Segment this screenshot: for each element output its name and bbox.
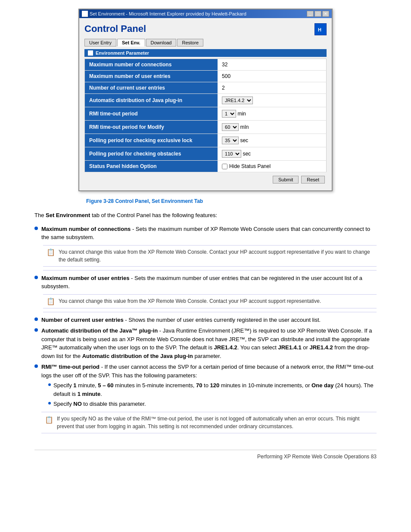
hp-logo-icon: H <box>317 25 324 33</box>
table-row: RMI time-out period for Modify 60 mIn <box>85 121 327 134</box>
footer-text: Performing XP Remote Web Console Operati… <box>257 454 377 460</box>
rmi-modify-select[interactable]: 60 <box>222 123 239 131</box>
note-box-rmi: 📋 If you specify NO as the value of the … <box>41 412 377 433</box>
table-row: Polling period for checking obstacles 11… <box>85 147 327 161</box>
page-footer: Performing XP Remote Web Console Operati… <box>34 450 377 460</box>
note-box-connections: 📋 You cannot change this value from the … <box>43 245 377 267</box>
close-button[interactable]: ✕ <box>322 11 329 17</box>
note-text-connections: You cannot change this value from the XP… <box>59 248 373 264</box>
list-item-connections: Maximum number of connections - Sets the… <box>34 225 377 242</box>
bullet-text-max-entries: Maximum number of user entries - Sets th… <box>41 274 377 291</box>
bullet-text-current-entries: Number of current user entries - Shows t… <box>41 316 377 324</box>
note-text-rmi: If you specify NO as the value of the RM… <box>57 415 373 430</box>
bullet-text-rmi-timeout: RMI™ time-out period - If the user canno… <box>41 363 377 437</box>
param-value-rmi-timeout: 1 5 min <box>218 107 326 121</box>
hide-status-checkbox-row: Hide Status Panel <box>222 163 322 169</box>
param-value-connections: 32 <box>218 59 326 71</box>
browser-icon <box>82 11 88 17</box>
sub-list-item-1: Specify 1 minute, 5 – 60 minutes in 5-mi… <box>48 381 377 398</box>
sub-item-text-2: Specify NO to disable this parameter. <box>53 400 146 408</box>
action-row: Submit Reset <box>84 172 327 185</box>
sub-bullet-dot-2 <box>48 402 51 404</box>
tab-restore[interactable]: Restore <box>177 39 203 47</box>
table-row: Polling period for checking exclusive lo… <box>85 134 327 147</box>
param-label-exclusive-lock: Polling period for checking exclusive lo… <box>85 134 218 147</box>
cp-icon: H <box>314 23 327 35</box>
svg-text:H: H <box>318 27 321 32</box>
table-row: Automatic distribution of Java plug-in J… <box>85 94 327 107</box>
table-row: RMI time-out period 1 5 min <box>85 107 327 121</box>
param-value-max-entries: 500 <box>218 71 326 82</box>
description: The Set Environment tab of the Control P… <box>34 211 377 437</box>
param-value-status-panel: Hide Status Panel <box>218 161 326 172</box>
rmi-timeout-select[interactable]: 1 5 <box>222 110 236 118</box>
param-value-java-plugin: JRE1.4.1 JRE1.4.2 <box>218 94 326 107</box>
figure-label: Figure 3-28 <box>86 198 114 204</box>
control-panel-title: Control Panel <box>84 23 146 34</box>
divider-2 <box>43 312 377 312</box>
param-value-current-entries: 2 <box>218 82 326 94</box>
bullet-dot-5 <box>34 364 38 368</box>
list-item-current-entries: Number of current user entries - Shows t… <box>34 316 377 324</box>
window-titlebar: Set Environment - Microsoft Internet Exp… <box>79 9 332 18</box>
note-icon-rmi: 📋 <box>45 415 53 425</box>
titlebar-buttons: _ □ ✕ <box>307 11 329 17</box>
section-header: Environment Parameter <box>84 49 327 57</box>
param-table: Maximum number of connections 32 Maximum… <box>84 59 327 172</box>
note-icon: 📋 <box>47 248 55 256</box>
reset-button[interactable]: Reset <box>301 176 325 184</box>
tab-set-env[interactable]: Set Env. <box>117 39 145 47</box>
section-header-icon <box>88 50 93 56</box>
table-row: Maximum number of connections 32 <box>85 59 327 71</box>
figure-caption: Figure 3-28 Control Panel, Set Environme… <box>34 198 377 204</box>
bullet-dot-4 <box>34 328 38 332</box>
note-box-max-entries: 📋 You cannot change this value from the … <box>43 294 377 308</box>
param-label-connections: Maximum number of connections <box>85 59 218 71</box>
section-header-text: Environment Parameter <box>96 50 149 56</box>
note-text-max-entries: You cannot change this value from the XP… <box>59 297 321 305</box>
submit-button[interactable]: Submit <box>273 176 299 184</box>
titlebar-left: Set Environment - Microsoft Internet Exp… <box>82 11 246 17</box>
tab-user-entry[interactable]: User Entry <box>84 39 116 47</box>
sub-item-text-1: Specify 1 minute, 5 – 60 minutes in 5-mi… <box>53 381 377 398</box>
list-item-java-plugin: Automatic distribution of the Java™ plug… <box>34 327 377 360</box>
table-row: Status Panel hidden Option Hide Status P… <box>85 161 327 172</box>
param-label-current-entries: Number of current user entries <box>85 82 218 94</box>
description-intro: The Set Environment tab of the Control P… <box>34 211 377 220</box>
sub-list-item-2: Specify NO to disable this parameter. <box>48 400 377 408</box>
bullet-text-connections: Maximum number of connections - Sets the… <box>41 225 377 242</box>
exclusive-lock-select[interactable]: 35 <box>222 137 239 144</box>
figure-caption-text: Control Panel, Set Environment Tab <box>115 198 203 204</box>
window-screenshot: Set Environment - Microsoft Internet Exp… <box>78 9 333 191</box>
list-item-max-entries: Maximum number of user entries - Sets th… <box>34 274 377 291</box>
list-item-rmi-timeout: RMI™ time-out period - If the user canno… <box>34 363 377 437</box>
param-label-obstacles: Polling period for checking obstacles <box>85 147 218 161</box>
maximize-button[interactable]: □ <box>314 11 321 17</box>
table-row: Maximum number of user entries 500 <box>85 71 327 82</box>
param-value-rmi-modify: 60 mIn <box>218 121 326 134</box>
bullet-dot-3 <box>34 317 38 321</box>
sub-bullet-dot <box>48 383 51 386</box>
minimize-button[interactable]: _ <box>307 11 314 17</box>
table-row: Number of current user entries 2 <box>85 82 327 94</box>
bullet-text-java-plugin: Automatic distribution of the Java™ plug… <box>41 327 377 360</box>
bullet-dot <box>34 227 38 230</box>
param-value-obstacles: 110 sec <box>218 147 326 161</box>
param-label-max-entries: Maximum number of user entries <box>85 71 218 82</box>
window-title: Set Environment - Microsoft Internet Exp… <box>90 11 246 16</box>
control-panel-header: Control Panel H <box>84 23 327 35</box>
param-label-java-plugin: Automatic distribution of Java plug-in <box>85 94 218 107</box>
param-label-rmi-timeout: RMI time-out period <box>85 107 218 121</box>
sub-bullet-list: Specify 1 minute, 5 – 60 minutes in 5-mi… <box>48 381 377 408</box>
divider <box>43 270 377 271</box>
bullet-dot <box>34 276 38 279</box>
obstacles-select[interactable]: 110 <box>222 150 241 158</box>
java-plugin-select[interactable]: JRE1.4.1 JRE1.4.2 <box>222 96 253 104</box>
feature-list: Maximum number of connections - Sets the… <box>34 225 377 437</box>
param-label-rmi-modify: RMI time-out period for Modify <box>85 121 218 134</box>
note-icon-2: 📋 <box>47 297 55 305</box>
hide-status-checkbox[interactable] <box>222 164 227 169</box>
tab-download[interactable]: Download <box>146 39 177 47</box>
hide-status-label: Hide Status Panel <box>229 163 271 169</box>
param-label-status-panel: Status Panel hidden Option <box>85 161 218 172</box>
